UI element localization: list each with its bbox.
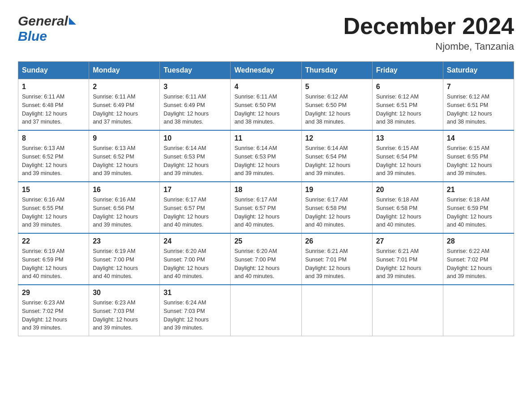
logo-blue-text: Blue <box>18 29 47 43</box>
day-number: 14 <box>447 134 510 142</box>
day-info: Sunrise: 6:12 AMSunset: 6:51 PMDaylight:… <box>447 93 510 126</box>
calendar-cell: 24Sunrise: 6:20 AMSunset: 7:00 PMDayligh… <box>160 233 231 285</box>
day-info: Sunrise: 6:19 AMSunset: 6:59 PMDaylight:… <box>22 247 85 281</box>
calendar-cell: 14Sunrise: 6:15 AMSunset: 6:55 PMDayligh… <box>443 130 514 182</box>
calendar-cell: 12Sunrise: 6:14 AMSunset: 6:54 PMDayligh… <box>301 130 372 182</box>
calendar-cell: 13Sunrise: 6:15 AMSunset: 6:54 PMDayligh… <box>372 130 443 182</box>
col-header-sunday: Sunday <box>18 62 89 79</box>
day-info: Sunrise: 6:21 AMSunset: 7:01 PMDaylight:… <box>376 247 439 281</box>
calendar-cell: 28Sunrise: 6:22 AMSunset: 7:02 PMDayligh… <box>443 233 514 285</box>
day-info: Sunrise: 6:20 AMSunset: 7:00 PMDaylight:… <box>163 247 227 281</box>
calendar-cell: 18Sunrise: 6:17 AMSunset: 6:57 PMDayligh… <box>231 182 301 233</box>
location: Njombe, Tanzania <box>343 41 514 52</box>
day-info: Sunrise: 6:16 AMSunset: 6:56 PMDaylight:… <box>93 196 156 229</box>
col-header-saturday: Saturday <box>443 62 514 79</box>
day-info: Sunrise: 6:17 AMSunset: 6:57 PMDaylight:… <box>234 196 297 229</box>
day-number: 3 <box>163 83 227 91</box>
day-number: 22 <box>22 237 85 245</box>
day-info: Sunrise: 6:17 AMSunset: 6:57 PMDaylight:… <box>163 196 227 229</box>
day-number: 2 <box>93 83 156 91</box>
title-section: December 2024 Njombe, Tanzania <box>343 13 514 52</box>
day-info: Sunrise: 6:13 AMSunset: 6:52 PMDaylight:… <box>93 144 156 178</box>
day-info: Sunrise: 6:12 AMSunset: 6:50 PMDaylight:… <box>305 93 369 126</box>
calendar-cell: 3Sunrise: 6:11 AMSunset: 6:49 PMDaylight… <box>160 79 231 131</box>
calendar-cell: 7Sunrise: 6:12 AMSunset: 6:51 PMDaylight… <box>443 79 514 131</box>
day-info: Sunrise: 6:12 AMSunset: 6:51 PMDaylight:… <box>376 93 439 126</box>
day-info: Sunrise: 6:14 AMSunset: 6:54 PMDaylight:… <box>305 144 369 178</box>
day-number: 17 <box>163 186 227 194</box>
calendar-cell: 30Sunrise: 6:23 AMSunset: 7:03 PMDayligh… <box>89 285 160 336</box>
day-number: 30 <box>93 289 156 297</box>
calendar-cell: 5Sunrise: 6:12 AMSunset: 6:50 PMDaylight… <box>301 79 372 131</box>
day-number: 19 <box>305 186 369 194</box>
col-header-monday: Monday <box>89 62 160 79</box>
day-info: Sunrise: 6:18 AMSunset: 6:58 PMDaylight:… <box>376 196 439 229</box>
calendar-cell: 6Sunrise: 6:12 AMSunset: 6:51 PMDaylight… <box>372 79 443 131</box>
logo-arrow-icon <box>69 17 76 25</box>
day-number: 21 <box>447 186 510 194</box>
calendar-cell <box>443 285 514 336</box>
calendar-week-row: 29Sunrise: 6:23 AMSunset: 7:02 PMDayligh… <box>18 285 514 336</box>
calendar-cell: 15Sunrise: 6:16 AMSunset: 6:55 PMDayligh… <box>18 182 89 233</box>
calendar-cell: 19Sunrise: 6:17 AMSunset: 6:58 PMDayligh… <box>301 182 372 233</box>
day-number: 11 <box>234 134 297 142</box>
calendar-cell: 9Sunrise: 6:13 AMSunset: 6:52 PMDaylight… <box>89 130 160 182</box>
day-info: Sunrise: 6:11 AMSunset: 6:50 PMDaylight:… <box>234 93 297 126</box>
day-number: 6 <box>376 83 439 91</box>
calendar-cell <box>301 285 372 336</box>
day-info: Sunrise: 6:15 AMSunset: 6:55 PMDaylight:… <box>447 144 510 178</box>
calendar-cell: 2Sunrise: 6:11 AMSunset: 6:49 PMDaylight… <box>89 79 160 131</box>
day-number: 31 <box>163 289 227 297</box>
calendar-week-row: 15Sunrise: 6:16 AMSunset: 6:55 PMDayligh… <box>18 182 514 233</box>
day-info: Sunrise: 6:14 AMSunset: 6:53 PMDaylight:… <box>163 144 227 178</box>
day-number: 10 <box>163 134 227 142</box>
day-info: Sunrise: 6:17 AMSunset: 6:58 PMDaylight:… <box>305 196 369 229</box>
calendar-header-row: SundayMondayTuesdayWednesdayThursdayFrid… <box>18 62 514 79</box>
calendar-cell: 1Sunrise: 6:11 AMSunset: 6:48 PMDaylight… <box>18 79 89 131</box>
day-info: Sunrise: 6:14 AMSunset: 6:53 PMDaylight:… <box>234 144 297 178</box>
day-info: Sunrise: 6:11 AMSunset: 6:49 PMDaylight:… <box>163 93 227 126</box>
col-header-friday: Friday <box>372 62 443 79</box>
day-number: 4 <box>234 83 297 91</box>
calendar-cell: 27Sunrise: 6:21 AMSunset: 7:01 PMDayligh… <box>372 233 443 285</box>
calendar-table: SundayMondayTuesdayWednesdayThursdayFrid… <box>18 61 514 336</box>
calendar-cell: 23Sunrise: 6:19 AMSunset: 7:00 PMDayligh… <box>89 233 160 285</box>
calendar-cell: 25Sunrise: 6:20 AMSunset: 7:00 PMDayligh… <box>231 233 301 285</box>
calendar-cell: 26Sunrise: 6:21 AMSunset: 7:01 PMDayligh… <box>301 233 372 285</box>
day-number: 25 <box>234 237 297 245</box>
day-info: Sunrise: 6:11 AMSunset: 6:49 PMDaylight:… <box>93 93 156 126</box>
calendar-week-row: 1Sunrise: 6:11 AMSunset: 6:48 PMDaylight… <box>18 79 514 131</box>
calendar-cell <box>372 285 443 336</box>
day-number: 23 <box>93 237 156 245</box>
day-number: 12 <box>305 134 369 142</box>
calendar-week-row: 8Sunrise: 6:13 AMSunset: 6:52 PMDaylight… <box>18 130 514 182</box>
calendar-week-row: 22Sunrise: 6:19 AMSunset: 6:59 PMDayligh… <box>18 233 514 285</box>
calendar-cell: 20Sunrise: 6:18 AMSunset: 6:58 PMDayligh… <box>372 182 443 233</box>
calendar-cell: 22Sunrise: 6:19 AMSunset: 6:59 PMDayligh… <box>18 233 89 285</box>
day-info: Sunrise: 6:24 AMSunset: 7:03 PMDaylight:… <box>163 299 227 332</box>
page-header: General Blue December 2024 Njombe, Tanza… <box>18 13 514 52</box>
day-info: Sunrise: 6:11 AMSunset: 6:48 PMDaylight:… <box>22 93 85 126</box>
col-header-thursday: Thursday <box>301 62 372 79</box>
col-header-wednesday: Wednesday <box>231 62 301 79</box>
logo: General Blue <box>18 13 76 44</box>
calendar-cell: 11Sunrise: 6:14 AMSunset: 6:53 PMDayligh… <box>231 130 301 182</box>
calendar-cell: 10Sunrise: 6:14 AMSunset: 6:53 PMDayligh… <box>160 130 231 182</box>
day-number: 15 <box>22 186 85 194</box>
calendar-cell <box>231 285 301 336</box>
day-number: 27 <box>376 237 439 245</box>
day-number: 26 <box>305 237 369 245</box>
day-number: 7 <box>447 83 510 91</box>
day-number: 8 <box>22 134 85 142</box>
day-number: 9 <box>93 134 156 142</box>
calendar-cell: 4Sunrise: 6:11 AMSunset: 6:50 PMDaylight… <box>231 79 301 131</box>
day-number: 29 <box>22 289 85 297</box>
day-number: 5 <box>305 83 369 91</box>
day-info: Sunrise: 6:16 AMSunset: 6:55 PMDaylight:… <box>22 196 85 229</box>
logo-general-text: General <box>18 13 68 29</box>
calendar-cell: 21Sunrise: 6:18 AMSunset: 6:59 PMDayligh… <box>443 182 514 233</box>
calendar-cell: 29Sunrise: 6:23 AMSunset: 7:02 PMDayligh… <box>18 285 89 336</box>
calendar-cell: 31Sunrise: 6:24 AMSunset: 7:03 PMDayligh… <box>160 285 231 336</box>
day-info: Sunrise: 6:18 AMSunset: 6:59 PMDaylight:… <box>447 196 510 229</box>
day-number: 24 <box>163 237 227 245</box>
